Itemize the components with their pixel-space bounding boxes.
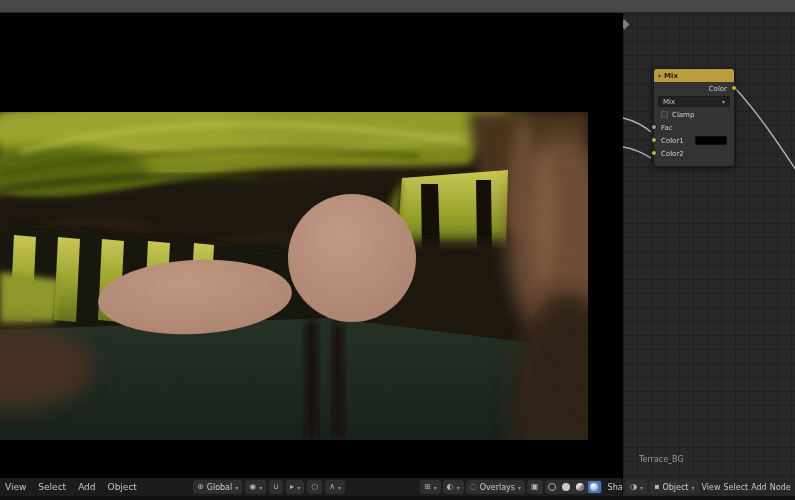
blender-window: ▾ Mix Color Mix ▾ Clamp Fac bbox=[0, 0, 795, 500]
object-types-icon: ◐ bbox=[447, 483, 454, 491]
falloff-icon: ∧ bbox=[329, 483, 335, 491]
output-row: Color bbox=[654, 82, 734, 95]
xray-icon: ▣ bbox=[531, 483, 539, 491]
chevron-down-icon: ▾ bbox=[297, 484, 300, 491]
node-editor-header: ◑ ▾ ▪ Object ▾ View Select Add Node bbox=[622, 478, 795, 496]
blend-mode-value: Mix bbox=[663, 98, 675, 106]
chevron-down-icon: ▾ bbox=[259, 484, 262, 491]
clamp-checkbox[interactable] bbox=[661, 111, 668, 118]
xray-toggle[interactable]: ▣ bbox=[527, 480, 543, 494]
display-controls: ⊞ ▾ ◐ ▾ ◌ Overlays ▾ ▣ bbox=[420, 480, 622, 494]
snap-target-icon: ▸ bbox=[290, 483, 294, 491]
color1-label: Color1 bbox=[661, 137, 684, 145]
viewport-menus: View Select Add Object bbox=[5, 478, 137, 496]
object-types-dropdown[interactable]: ◐ ▾ bbox=[443, 480, 464, 494]
chevron-down-icon: ▾ bbox=[691, 484, 694, 491]
color2-input-socket[interactable] bbox=[651, 150, 657, 156]
rendered-scene bbox=[0, 112, 588, 440]
pivot-icon: ◉ bbox=[249, 483, 256, 491]
texture-datablock-name: Terrace_BG bbox=[639, 455, 684, 464]
chevron-down-icon: ▾ bbox=[235, 484, 238, 491]
menu-add[interactable]: Add bbox=[78, 482, 95, 492]
chevron-down-icon: ▾ bbox=[518, 484, 521, 491]
workspace: ▾ Mix Color Mix ▾ Clamp Fac bbox=[0, 13, 795, 478]
pivot-dropdown[interactable]: ◉ ▾ bbox=[245, 480, 266, 494]
orientation-icon: ⊕ bbox=[197, 483, 204, 491]
shading-solid-button[interactable] bbox=[560, 481, 573, 493]
blend-mode-dropdown[interactable]: Mix ▾ bbox=[658, 96, 730, 107]
menu-object[interactable]: Object bbox=[108, 482, 137, 492]
overlays-sphere-icon: ◌ bbox=[470, 483, 477, 491]
shading-rendered-button[interactable] bbox=[588, 481, 601, 493]
overlays-label: Overlays bbox=[480, 483, 515, 492]
editor-type-dropdown[interactable]: ◑ ▾ bbox=[626, 480, 647, 494]
fac-input-socket[interactable] bbox=[651, 124, 657, 130]
editor-type-icon: ◑ bbox=[630, 483, 637, 491]
color1-input-socket[interactable] bbox=[651, 137, 657, 143]
color2-label: Color2 bbox=[661, 150, 684, 158]
chevron-down-icon: ▾ bbox=[722, 98, 725, 105]
output-label: Color bbox=[709, 85, 727, 93]
node-editor[interactable]: ▾ Mix Color Mix ▾ Clamp Fac bbox=[622, 13, 795, 478]
color-output-socket[interactable] bbox=[731, 85, 737, 91]
mode-label: Object bbox=[662, 483, 688, 492]
top-title-bar bbox=[0, 0, 795, 13]
shading-dropdown[interactable]: Shading ▾ bbox=[604, 480, 622, 494]
shading-label: Shading bbox=[608, 483, 622, 492]
node-menu-node[interactable]: Node bbox=[770, 483, 791, 492]
snap-target-dropdown[interactable]: ▸ ▾ bbox=[286, 480, 304, 494]
overlays-dropdown[interactable]: ◌ Overlays ▾ bbox=[466, 480, 525, 494]
chevron-down-icon: ▾ bbox=[640, 484, 643, 491]
shading-mode-group bbox=[545, 480, 602, 494]
node-menu-add[interactable]: Add bbox=[751, 483, 767, 492]
proportional-icon: ○ bbox=[311, 483, 318, 491]
color2-row: Color2 bbox=[654, 147, 734, 160]
color1-row: Color1 bbox=[654, 134, 734, 147]
viewport-header: View Select Add Object ⊕ Global ▾ ◉ ▾ ∪ bbox=[0, 478, 622, 496]
transform-controls: ⊕ Global ▾ ◉ ▾ ∪ ▸ ▾ ○ bbox=[193, 480, 345, 494]
color1-swatch[interactable] bbox=[695, 136, 727, 145]
menu-view[interactable]: View bbox=[5, 482, 26, 492]
clamp-row: Clamp bbox=[654, 108, 734, 121]
gizmo-dropdown[interactable]: ⊞ ▾ bbox=[420, 480, 441, 494]
fac-row: Fac bbox=[654, 121, 734, 134]
node-menu-view[interactable]: View bbox=[702, 483, 721, 492]
shading-material-button[interactable] bbox=[574, 481, 587, 493]
mode-dot-icon: ▪ bbox=[654, 483, 659, 491]
falloff-dropdown[interactable]: ∧ ▾ bbox=[325, 480, 345, 494]
area-corner-widget[interactable] bbox=[622, 20, 629, 30]
chevron-down-icon: ▾ bbox=[457, 484, 460, 491]
orientation-label: Global bbox=[207, 483, 233, 492]
bottom-strip bbox=[0, 496, 795, 500]
node-menu-select[interactable]: Select bbox=[723, 483, 748, 492]
chevron-down-icon: ▾ bbox=[338, 484, 341, 491]
editor-headers: View Select Add Object ⊕ Global ▾ ◉ ▾ ∪ bbox=[0, 478, 795, 496]
shading-wireframe-button[interactable] bbox=[546, 481, 559, 493]
shader-mode-dropdown[interactable]: ▪ Object ▾ bbox=[650, 480, 699, 494]
magnet-icon: ∪ bbox=[273, 483, 279, 491]
proportional-edit-toggle[interactable]: ○ bbox=[307, 480, 322, 494]
mix-node-header[interactable]: ▾ Mix bbox=[654, 69, 734, 82]
mix-node[interactable]: ▾ Mix Color Mix ▾ Clamp Fac bbox=[653, 68, 735, 167]
gizmo-icon: ⊞ bbox=[424, 483, 431, 491]
chevron-down-icon: ▾ bbox=[434, 484, 437, 491]
clamp-label: Clamp bbox=[672, 111, 694, 119]
orientation-dropdown[interactable]: ⊕ Global ▾ bbox=[193, 480, 242, 494]
3d-viewport[interactable] bbox=[0, 13, 621, 478]
collapse-icon[interactable]: ▾ bbox=[658, 73, 661, 79]
menu-select[interactable]: Select bbox=[38, 482, 66, 492]
node-title: Mix bbox=[664, 72, 678, 80]
snap-toggle[interactable]: ∪ bbox=[269, 480, 283, 494]
fac-label: Fac bbox=[661, 124, 673, 132]
